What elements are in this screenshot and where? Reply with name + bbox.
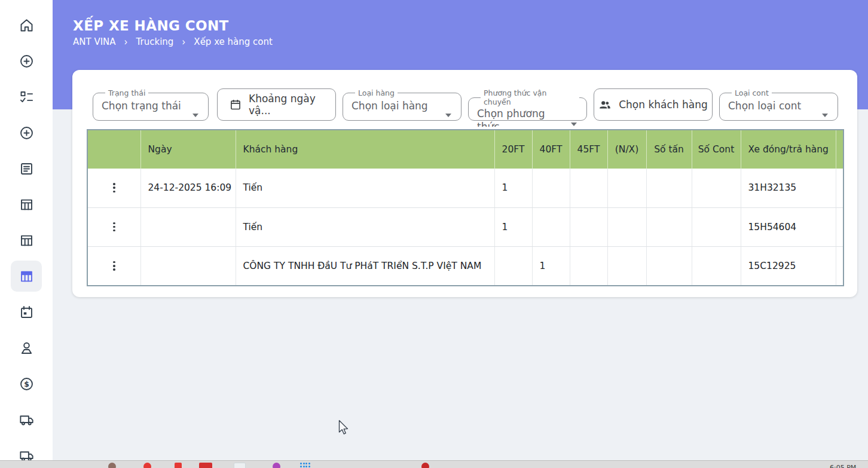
sidebar-item-table-2[interactable] bbox=[11, 225, 42, 256]
cell-ngay bbox=[140, 207, 236, 246]
red-app-icon[interactable] bbox=[175, 463, 182, 468]
truck-icon bbox=[19, 412, 35, 428]
screen: XẾP XE HÀNG CONT ANT VINA › Trucking › X… bbox=[0, 0, 868, 468]
add-circle-icon bbox=[19, 53, 35, 69]
cell-so-tan bbox=[646, 207, 692, 246]
status-filter-label: Trạng thái bbox=[105, 88, 148, 97]
column-header-partial: C bbox=[836, 130, 844, 169]
transport-method-filter-value: Chọn phương thức bbox=[477, 107, 550, 127]
table-row[interactable]: CÔNG TY TNHH ĐầU Tư PHáT TRIểN S.T.P VIệ… bbox=[88, 246, 844, 285]
page-title: XẾP XE HÀNG CONT bbox=[73, 18, 229, 33]
column-header-20ft: 20FT bbox=[494, 130, 532, 169]
date-range-value: Khoảng ngày vậ... bbox=[249, 93, 335, 117]
cell-so-cont bbox=[692, 207, 741, 246]
chevron-right-icon: › bbox=[124, 36, 128, 48]
cont-type-filter-label: Loại cont bbox=[732, 88, 772, 97]
home-icon bbox=[19, 17, 35, 33]
red-badge-icon[interactable] bbox=[421, 463, 429, 468]
column-header-xe: Xe đóng/trả hàng bbox=[741, 130, 836, 169]
sidebar-item-xep-xe-hang-cont[interactable] bbox=[11, 261, 42, 292]
column-header-so-cont: Số Cont bbox=[692, 130, 741, 169]
data-table-container[interactable]: Ngày Khách hàng 20FT 40FT 45FT (N/X) Số … bbox=[87, 129, 844, 286]
mouse-cursor bbox=[338, 420, 352, 438]
light-app-icon[interactable] bbox=[234, 463, 246, 468]
sidebar-item-table-1[interactable] bbox=[11, 189, 42, 220]
table-header-row: Ngày Khách hàng 20FT 40FT 45FT (N/X) Số … bbox=[88, 130, 844, 169]
column-header-actions bbox=[88, 130, 140, 169]
cargo-type-filter-select[interactable]: Loại hàng Chọn loại hàng bbox=[343, 88, 461, 121]
breadcrumb: ANT VINA › Trucking › Xếp xe hàng cont bbox=[73, 36, 273, 47]
cell-extra bbox=[836, 246, 844, 285]
sidebar-item-add-2[interactable] bbox=[11, 117, 42, 148]
column-header-ngay: Ngày bbox=[140, 130, 236, 169]
date-range-button[interactable]: Khoảng ngày vậ... bbox=[217, 88, 336, 121]
chevron-down-icon bbox=[571, 123, 577, 126]
data-table: Ngày Khách hàng 20FT 40FT 45FT (N/X) Số … bbox=[88, 130, 844, 285]
sidebar-item-calendar[interactable] bbox=[11, 296, 42, 328]
transport-method-filter-label: Phương thức vận chuyển bbox=[481, 88, 579, 106]
blue-dots-icon[interactable] bbox=[300, 463, 310, 467]
column-header-nx: (N/X) bbox=[607, 130, 646, 169]
sidebar-item-document[interactable] bbox=[11, 153, 42, 184]
row-menu-kebab-icon[interactable] bbox=[95, 261, 133, 271]
cell-45ft bbox=[570, 246, 607, 285]
breadcrumb-item-trucking[interactable]: Trucking bbox=[136, 36, 174, 47]
cell-so-cont bbox=[692, 246, 741, 285]
table-icon bbox=[19, 197, 35, 213]
avatar-icon[interactable] bbox=[108, 463, 116, 468]
cell-so-tan bbox=[646, 246, 692, 285]
column-header-40ft: 40FT bbox=[532, 130, 570, 169]
table-row[interactable]: Tiến 1 15H54604 bbox=[88, 207, 844, 246]
cell-nx bbox=[607, 169, 646, 207]
sidebar-item-truck-1[interactable] bbox=[11, 404, 42, 435]
cell-ngay: 24-12-2025 16:09 bbox=[140, 169, 236, 207]
cell-khach-hang: Tiến bbox=[236, 169, 494, 207]
status-filter-value: Chọn trạng thái bbox=[102, 98, 201, 114]
row-menu-kebab-icon[interactable] bbox=[95, 222, 133, 232]
taskbar-clock: 6:05 PM bbox=[830, 464, 856, 468]
checklist-icon bbox=[19, 89, 35, 105]
cell-so-tan bbox=[646, 169, 692, 207]
calendar-icon bbox=[230, 99, 242, 111]
row-menu-kebab-icon[interactable] bbox=[95, 183, 133, 192]
sidebar-item-home[interactable] bbox=[11, 10, 42, 41]
cell-xe: 31H32135 bbox=[741, 169, 836, 207]
cell-xe: 15C12925 bbox=[741, 246, 836, 285]
chevron-down-icon bbox=[445, 114, 451, 117]
document-icon bbox=[19, 161, 35, 177]
transport-method-filter-select[interactable]: Phương thức vận chuyển Chọn phương thức bbox=[468, 88, 587, 121]
customer-filter-button[interactable]: Chọn khách hàng bbox=[594, 88, 713, 121]
red-wide-icon[interactable] bbox=[199, 463, 212, 468]
cont-type-filter-select[interactable]: Loại cont Chọn loại cont bbox=[719, 88, 838, 121]
cell-khach-hang: CÔNG TY TNHH ĐầU Tư PHáT TRIểN S.T.P VIệ… bbox=[236, 246, 494, 285]
content-card: Trạng thái Chọn trạng thái Khoảng ngày v… bbox=[72, 70, 857, 297]
sidebar-item-add-1[interactable] bbox=[11, 45, 42, 77]
cell-45ft bbox=[570, 207, 607, 246]
cell-20ft: 1 bbox=[494, 169, 532, 207]
calendar-icon bbox=[19, 304, 35, 320]
red-badge-icon[interactable] bbox=[143, 463, 151, 468]
sidebar-item-checklist[interactable] bbox=[11, 81, 42, 112]
table-icon bbox=[19, 268, 35, 285]
cell-40ft bbox=[532, 207, 570, 246]
cell-xe: 15H54604 bbox=[741, 207, 836, 246]
person-icon bbox=[19, 340, 35, 356]
sidebar: $ bbox=[0, 0, 53, 468]
cargo-type-filter-value: Chọn loại hàng bbox=[352, 98, 454, 114]
purple-app-icon[interactable] bbox=[273, 463, 280, 468]
cell-nx bbox=[607, 246, 646, 285]
column-header-45ft: 45FT bbox=[570, 130, 607, 169]
cell-40ft bbox=[532, 169, 570, 207]
sidebar-item-finance[interactable]: $ bbox=[11, 368, 42, 399]
breadcrumb-item-ant-vina[interactable]: ANT VINA bbox=[73, 36, 116, 47]
cell-20ft bbox=[494, 246, 532, 285]
status-filter-select[interactable]: Trạng thái Chọn trạng thái bbox=[93, 88, 209, 121]
cont-type-filter-value: Chọn loại cont bbox=[728, 98, 830, 114]
chevron-down-icon bbox=[822, 114, 828, 117]
cell-45ft bbox=[570, 169, 607, 207]
sidebar-item-person[interactable] bbox=[11, 332, 42, 363]
filter-bar: Trạng thái Chọn trạng thái Khoảng ngày v… bbox=[72, 70, 857, 124]
table-row[interactable]: 24-12-2025 16:09 Tiến 1 31H32135 bbox=[88, 169, 844, 207]
svg-text:$: $ bbox=[24, 380, 29, 388]
chevron-down-icon bbox=[192, 114, 198, 117]
